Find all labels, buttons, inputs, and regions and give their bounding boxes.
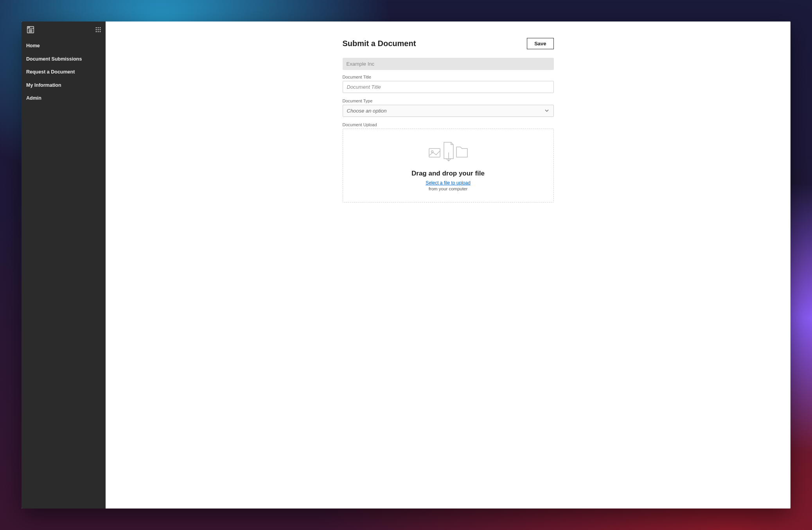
svg-point-8 [98, 27, 99, 29]
document-title-input[interactable] [343, 81, 554, 93]
document-upload-label: Document Upload [343, 122, 554, 127]
document-type-select[interactable]: Choose an option [343, 105, 554, 117]
sidebar-item-admin[interactable]: Admin [22, 92, 106, 105]
sidebar-nav: Home Document Submissions Request a Docu… [22, 39, 106, 105]
save-button[interactable]: Save [527, 38, 553, 49]
document-upload-dropzone[interactable]: Drag and drop your file Select a file to… [343, 129, 554, 202]
svg-point-14 [98, 31, 99, 32]
svg-point-13 [96, 31, 97, 32]
sidebar-item-home[interactable]: Home [22, 39, 106, 53]
svg-point-10 [96, 29, 97, 30]
document-type-label: Document Type [343, 98, 554, 103]
sidebar-item-request-document[interactable]: Request a Document [22, 66, 106, 79]
svg-point-9 [100, 27, 101, 29]
document-type-select-wrap: Choose an option [343, 105, 554, 117]
upload-illustration-icon [427, 139, 470, 164]
select-file-link[interactable]: Select a file to upload [426, 180, 471, 186]
svg-point-11 [98, 29, 99, 30]
upload-title: Drag and drop your file [351, 170, 546, 177]
svg-point-3 [29, 27, 30, 27]
sidebar-item-my-information[interactable]: My Information [22, 79, 106, 92]
apps-grid-icon[interactable] [95, 27, 101, 32]
document-title-label: Document Title [343, 75, 554, 79]
svg-point-15 [100, 31, 101, 32]
svg-point-7 [96, 27, 97, 29]
header-row: Submit a Document Save [343, 38, 554, 49]
upload-subtext: from your computer [351, 186, 546, 191]
svg-point-12 [100, 29, 101, 30]
desktop-background: Home Document Submissions Request a Docu… [0, 0, 812, 530]
sidebar: Home Document Submissions Request a Docu… [22, 21, 106, 509]
document-type-selected-value: Choose an option [347, 108, 387, 114]
sidebar-item-document-submissions[interactable]: Document Submissions [22, 53, 106, 66]
sidebar-top [22, 21, 106, 39]
main-panel: Submit a Document Save Document Title Do… [106, 21, 790, 509]
page-title: Submit a Document [343, 39, 416, 48]
app-window: Home Document Submissions Request a Docu… [22, 21, 790, 509]
company-field [343, 58, 554, 70]
form-container: Submit a Document Save Document Title Do… [343, 38, 554, 202]
app-logo-icon[interactable] [26, 25, 35, 34]
svg-point-2 [28, 27, 29, 27]
